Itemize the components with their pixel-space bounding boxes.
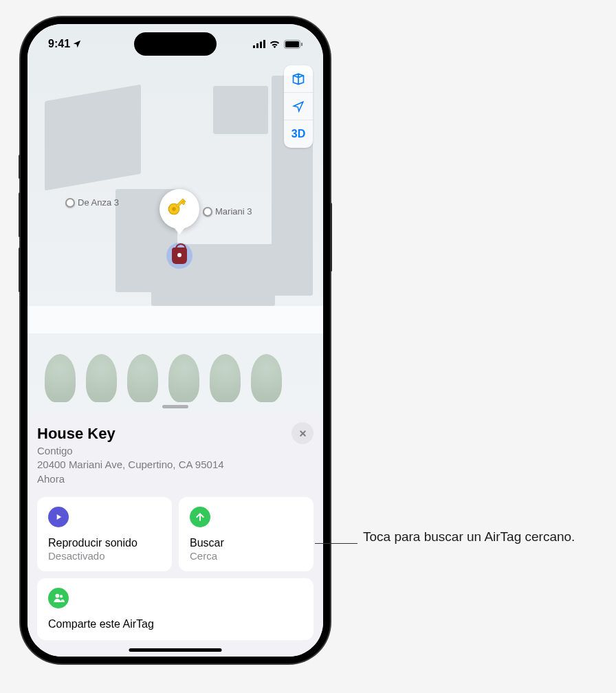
airtag-pin[interactable] [160,189,199,229]
bag-icon [172,248,187,264]
play-sound-card[interactable]: Reproducir sonido Desactivado [37,497,172,571]
map-mode-button[interactable] [284,65,313,93]
map-layers-icon [292,72,305,86]
phone-frame: 9:41 De Anza 3 [21,17,330,663]
location-services-icon [72,39,82,49]
power-button[interactable] [330,203,332,272]
callout-leader-line [315,543,358,544]
home-indicator[interactable] [129,648,222,652]
share-airtag-card[interactable]: Comparte este AirTag [37,578,314,640]
dynamic-island [134,32,217,56]
map-tree [251,354,282,402]
item-time: Ahora [37,472,314,486]
cellular-signal-icon [253,40,265,48]
volume-up-button[interactable] [19,192,21,237]
find-title: Buscar [190,537,302,549]
svg-rect-0 [253,45,255,48]
find-status: Cerca [190,550,302,562]
sheet-header: House Key Contigo 20400 Mariani Ave, Cup… [37,425,314,486]
close-button[interactable] [292,422,314,444]
map-tree [86,354,117,402]
map-tree [45,354,76,402]
svg-point-12 [55,594,59,598]
map-controls: 3D [284,65,313,148]
battery-icon [284,40,302,49]
close-icon [298,429,307,438]
item-address: 20400 Mariani Ave, Cupertino, CA 95014 [37,458,314,472]
three-d-button[interactable]: 3D [284,120,313,148]
item-status: Contigo [37,444,314,458]
play-sound-title: Reproducir sonido [48,537,161,549]
wifi-icon [269,40,280,48]
callout-text: Toca para buscar un AirTag cercano. [363,528,575,546]
play-sound-icon [48,507,69,527]
arrow-up-icon [195,512,206,522]
mute-switch[interactable] [19,155,21,179]
item-title: House Key [37,425,314,443]
volume-down-button[interactable] [19,248,21,292]
map-poi-deanza[interactable]: De Anza 3 [65,197,119,208]
svg-rect-1 [256,43,258,48]
key-icon [163,192,196,226]
map-poi-mariani[interactable]: Mariani 3 [203,206,252,217]
share-title: Comparte este AirTag [48,618,302,630]
people-icon [53,592,65,604]
svg-rect-5 [285,41,299,47]
share-icon-badge [48,588,69,608]
svg-point-13 [59,595,62,598]
sheet-grabber[interactable] [162,405,188,408]
find-card[interactable]: Buscar Cerca [179,497,314,571]
map-building [45,85,141,191]
current-location-button[interactable] [284,93,313,120]
detail-sheet: House Key Contigo 20400 Mariani Ave, Cup… [28,412,323,657]
svg-rect-2 [260,42,262,49]
poi-dot-icon [65,198,75,208]
map-tree [127,354,158,402]
map-tree [168,354,199,402]
other-item-pin[interactable] [166,243,192,269]
map-view[interactable]: De Anza 3 Mariani 3 [28,24,323,416]
find-icon-badge [190,507,210,527]
play-sound-status: Desactivado [48,550,161,562]
poi-dot-icon [203,207,212,217]
map-tree [210,354,241,402]
poi-label: De Anza 3 [78,197,119,208]
three-d-label: 3D [292,128,305,140]
svg-rect-6 [301,43,302,46]
phone-screen: 9:41 De Anza 3 [28,24,323,657]
poi-label: Mariani 3 [215,206,252,217]
status-time: 9:41 [48,38,70,50]
map-road [28,306,323,333]
map-building [213,86,268,134]
svg-rect-3 [263,40,265,48]
play-icon [54,512,63,522]
location-arrow-icon [292,100,305,113]
